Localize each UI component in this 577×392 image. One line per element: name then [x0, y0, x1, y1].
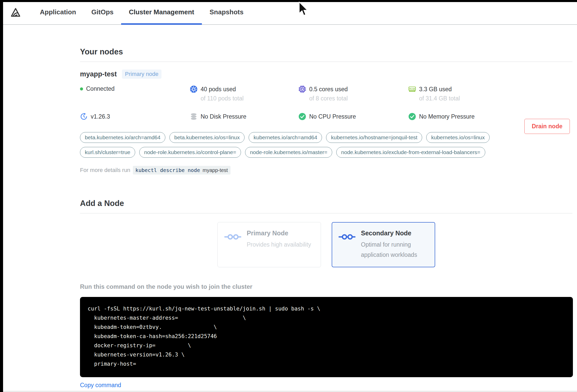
check-circle-icon	[298, 113, 306, 120]
tab-gitops[interactable]: GitOps	[84, 0, 121, 24]
node-details-line: For more details run kubectl describe no…	[80, 166, 572, 175]
node-label-pill: kubernetes.io/arch=amd64	[249, 132, 322, 143]
version-update-icon	[80, 113, 88, 120]
secondary-node-card-text: Secondary Node Optimal for running appli…	[361, 229, 428, 260]
kurl-logo-icon	[10, 6, 21, 18]
node-stats-grid: Connected	[80, 85, 572, 120]
disk-pressure-label: No Disk Pressure	[201, 113, 246, 120]
cores-total-value: of 8 cores total	[309, 95, 408, 102]
your-nodes-section: Your nodes myapp-test Primary node Conne…	[80, 25, 572, 175]
mouse-cursor-icon	[297, 2, 309, 17]
memory-used-value: 3.3 GB used	[419, 86, 452, 93]
node-label-pill: beta.kubernetes.io/os=linux	[169, 132, 245, 143]
cores-used-value: 0.5 cores used	[309, 86, 348, 93]
version-label: v1.26.3	[91, 113, 110, 120]
stat-cores: 0.5 cores used of 8 cores total	[298, 85, 408, 102]
join-command-line: docker-registry-ip= \	[88, 341, 565, 350]
node-labels: beta.kubernetes.io/arch=amd64 beta.kuber…	[80, 132, 514, 158]
node-version: v1.26.3	[80, 113, 190, 120]
node-label-pill: node-role.kubernetes.io/control-plane=	[139, 147, 241, 158]
details-prefix: For more details run	[80, 167, 130, 174]
kubernetes-pods-icon	[190, 85, 198, 93]
window-edge-top	[0, 0, 577, 2]
window-edge-left	[0, 0, 3, 392]
memory-total-value: of 31.4 GB total	[419, 95, 572, 102]
node-status: Connected	[80, 85, 190, 102]
describe-node-command-chip: kubectl describe node myapp-test	[133, 166, 230, 175]
primary-node-card-text: Primary Node Provides high availability	[247, 229, 311, 260]
join-command-line: kubernetes-version=v1.26.3 \	[88, 350, 565, 359]
secondary-node-card-title: Secondary Node	[361, 229, 428, 237]
join-command-line: kubeadm-token=0ztbvy. \	[88, 322, 565, 332]
disk-icon	[190, 113, 198, 120]
join-command-line: kubernetes-master-address= \	[88, 313, 565, 322]
secondary-node-card-subtitle: Optimal for running application workload…	[361, 239, 428, 260]
memory-pressure-label: No Memory Pressure	[419, 113, 475, 120]
check-circle-icon	[408, 113, 416, 120]
connected-status-label: Connected	[86, 85, 114, 92]
copy-command-link[interactable]: Copy command	[80, 382, 121, 389]
primary-node-card-title: Primary Node	[247, 229, 311, 237]
node-label-pill: kubernetes.io/hostname=jonquil-test	[326, 132, 422, 143]
add-node-section: Add a Node Primary Node Provides high av…	[80, 175, 572, 389]
drain-node-button[interactable]: Drain node	[524, 119, 570, 134]
cpu-icon	[298, 85, 306, 93]
join-command-terminal: curl -fsSL https://kurl.sh/jq-new-test-u…	[80, 297, 573, 377]
node-header: myapp-test Primary node	[80, 70, 572, 79]
stat-pods: 40 pods used of 110 pods total	[190, 85, 298, 102]
secondary-node-card[interactable]: Secondary Node Optimal for running appli…	[332, 222, 435, 267]
stat-memory: RAM 3.3 GB used of 31.4 GB total	[408, 85, 572, 102]
window-edge-bottom	[3, 391, 577, 392]
kubectl-command-text: kubectl describe node	[135, 167, 200, 173]
ram-icon: RAM	[408, 85, 416, 93]
tab-application[interactable]: Application	[32, 0, 84, 24]
node-label-pill: beta.kubernetes.io/arch=amd64	[80, 132, 165, 143]
connected-status-dot-icon	[80, 87, 83, 90]
pods-total-value: of 110 pods total	[201, 95, 298, 102]
nav-tabs: Application GitOps Cluster Management Sn…	[32, 0, 251, 24]
pods-used-value: 40 pods used	[201, 86, 236, 93]
condition-cpu: No CPU Pressure	[298, 113, 408, 120]
node-label-pill: kurl.sh/cluster=true	[80, 147, 135, 158]
primary-node-card[interactable]: Primary Node Provides high availability	[217, 222, 321, 267]
main-content: Your nodes myapp-test Primary node Conne…	[0, 25, 577, 389]
primary-node-badge: Primary node	[122, 70, 161, 79]
primary-node-card-subtitle: Provides high availability	[247, 239, 311, 250]
node-card: myapp-test Primary node Connected	[80, 70, 572, 175]
linked-nodes-icon	[339, 233, 355, 241]
tab-cluster-management[interactable]: Cluster Management	[121, 0, 202, 24]
join-command-line: primary-host=	[88, 359, 565, 368]
linked-nodes-icon	[224, 233, 241, 241]
kubectl-node-name: myapp-test	[203, 167, 228, 173]
tab-snapshots[interactable]: Snapshots	[202, 0, 251, 24]
condition-disk: No Disk Pressure	[190, 113, 298, 120]
cpu-pressure-label: No CPU Pressure	[309, 113, 356, 120]
node-name: myapp-test	[80, 70, 117, 78]
add-node-title: Add a Node	[80, 199, 572, 208]
your-nodes-title: Your nodes	[80, 47, 572, 56]
node-label-pill: node.kubernetes.io/exclude-from-external…	[336, 147, 485, 158]
join-command-line: kubeadm-token-ca-hash=sha256:221d25746	[88, 332, 565, 341]
top-nav: Application GitOps Cluster Management Sn…	[0, 0, 577, 25]
join-command-line: curl -fsSL https://kurl.sh/jq-new-test-u…	[88, 304, 565, 313]
node-label-pill: kubernetes.io/os=linux	[426, 132, 490, 143]
svg-text:RAM: RAM	[409, 87, 415, 90]
section-divider	[80, 213, 572, 213]
section-divider	[80, 62, 572, 62]
node-label-pill: node-role.kubernetes.io/master=	[245, 147, 332, 158]
join-command-instruction: Run this command on the node you wish to…	[80, 283, 572, 290]
node-type-cards: Primary Node Provides high availability …	[80, 222, 572, 267]
